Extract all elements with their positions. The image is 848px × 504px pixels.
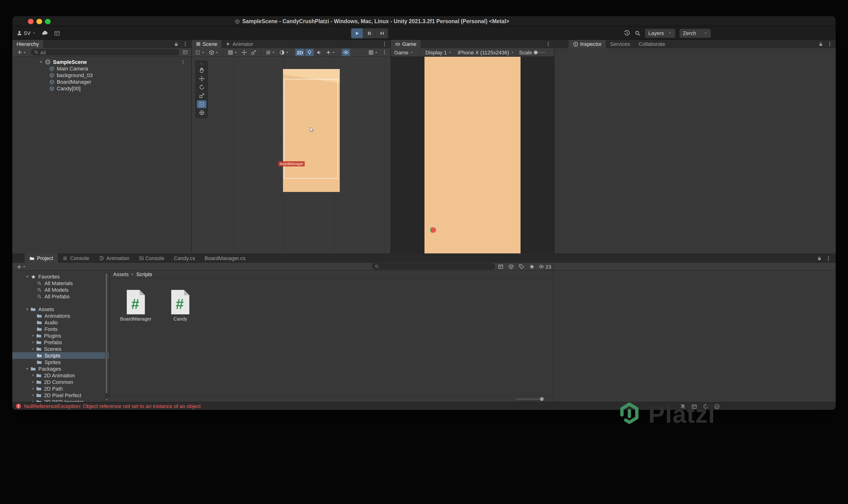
shading-dropdown[interactable] [278, 49, 291, 56]
kebab-menu-icon[interactable] [546, 41, 551, 47]
search-icon[interactable] [635, 30, 641, 36]
tree-item-all-materials[interactable]: All Materials [12, 280, 109, 287]
tree-group-assets[interactable]: Assets [12, 306, 109, 312]
tab-boardmanager-cs[interactable]: BoardManager.cs [200, 253, 250, 263]
scale-tool-button[interactable] [197, 92, 206, 100]
kebab-menu-icon[interactable] [827, 41, 832, 47]
expander-right-icon[interactable] [31, 380, 35, 384]
boardmanager-scene-label[interactable]: BoardManager [278, 161, 305, 166]
step-button[interactable] [376, 29, 388, 38]
audio-toggle[interactable] [315, 49, 324, 56]
hierarchy-search-input[interactable] [40, 49, 176, 55]
tab-candy-cs[interactable]: Candy.cs [169, 253, 200, 263]
palette-grip-icon[interactable] [198, 62, 205, 66]
cloud-icon[interactable] [41, 30, 48, 36]
tree-item-scenes[interactable]: Scenes [12, 346, 109, 352]
view-options-dropdown[interactable] [264, 49, 277, 56]
undo-history-icon[interactable] [624, 30, 630, 36]
expander-down-icon[interactable] [39, 60, 43, 64]
error-message[interactable]: NullReferenceException: Object reference… [24, 403, 201, 409]
tree-item-audio[interactable]: Audio [12, 319, 109, 326]
asset-boardmanager-script[interactable]: BoardManager [116, 289, 156, 322]
tree-group-favorites[interactable]: Favorites [12, 273, 109, 280]
tree-item-plugins[interactable]: Plugins [12, 332, 109, 339]
scale-slider[interactable] [534, 50, 546, 54]
asset-type-icon[interactable] [508, 264, 514, 270]
play-button[interactable] [351, 29, 363, 38]
sprite-tool-dropdown[interactable] [193, 49, 206, 56]
hierarchy-scene-row[interactable]: SampleScene [12, 59, 191, 65]
tab-console[interactable]: Console [58, 253, 94, 263]
tree-item-animations[interactable]: Animations [12, 312, 109, 319]
resolution-dropdown[interactable]: iPhone X (1125x2436) [456, 49, 516, 56]
lock-icon[interactable] [818, 41, 824, 47]
tab-game[interactable]: Game [391, 40, 421, 48]
favorites-star-icon[interactable] [529, 264, 535, 270]
project-search[interactable] [372, 263, 495, 270]
transform-tool-button[interactable] [197, 109, 206, 117]
hierarchy-item-candy[interactable]: Candy[00] [12, 85, 191, 92]
expander-down-icon[interactable] [25, 307, 29, 311]
tree-item-scripts-selected[interactable]: Scripts [12, 352, 109, 359]
window-manager-icon[interactable] [54, 30, 60, 36]
tree-scrollbar-thumb[interactable] [105, 273, 107, 393]
tree-item-2d-path[interactable]: 2D Path [12, 385, 109, 392]
pivot-dropdown[interactable] [207, 49, 220, 56]
tree-item-all-models[interactable]: All Models [12, 287, 109, 293]
tab-project[interactable]: Project [24, 253, 58, 263]
tab-animator[interactable]: Animator [222, 40, 257, 48]
hierarchy-item-boardmanager[interactable]: BoardManager [12, 78, 191, 85]
breadcrumb-assets[interactable]: Assets [113, 271, 129, 277]
tree-item-fonts[interactable]: Fonts [12, 326, 109, 332]
project-search-input[interactable] [381, 264, 492, 269]
game-canvas[interactable] [391, 57, 554, 253]
tab-scene[interactable]: Scene [192, 40, 222, 48]
layers-dropdown[interactable]: Layers [645, 29, 675, 38]
expander-right-icon[interactable] [31, 334, 35, 338]
search-filter-icon[interactable] [183, 50, 188, 55]
account-button[interactable]: SV [17, 30, 36, 36]
lock-icon[interactable] [174, 41, 179, 47]
scroll-down-arrow-icon[interactable] [105, 398, 108, 401]
tab-hierarchy[interactable]: Hierarchy [12, 40, 43, 48]
move-tool-button[interactable] [197, 75, 206, 83]
expander-down-icon[interactable] [25, 367, 29, 371]
pause-button[interactable] [363, 29, 376, 38]
tree-item-2d-animation[interactable]: 2D Animation [12, 372, 109, 379]
kebab-menu-icon[interactable] [183, 41, 188, 47]
scale-slider-knob[interactable] [534, 50, 538, 54]
hierarchy-search[interactable] [31, 49, 179, 55]
tab-services[interactable]: Services [606, 40, 634, 48]
expander-right-icon[interactable] [31, 393, 35, 397]
layout-dropdown[interactable]: Zerch [679, 29, 711, 38]
tree-item-2d-common[interactable]: 2D Common [12, 379, 109, 385]
tree-item-2d-pixel-perfect[interactable]: 2D Pixel Perfect [12, 392, 109, 399]
icon-size-slider[interactable] [516, 397, 545, 401]
snap-grid-dropdown[interactable] [226, 49, 239, 56]
expander-right-icon[interactable] [31, 374, 35, 377]
asset-candy-script[interactable]: Candy [160, 289, 200, 322]
tree-item-sprites[interactable]: Sprites [12, 359, 109, 365]
hidden-items-counter[interactable]: 23 [538, 264, 551, 270]
tree-item-2d-psd-importer[interactable]: 2D PSD Importer [12, 399, 109, 402]
label-tag-icon[interactable] [519, 264, 524, 270]
add-asset-button[interactable] [15, 263, 28, 270]
hierarchy-item-main-camera[interactable]: Main Camera [12, 65, 191, 72]
grid-visibility-dropdown[interactable] [367, 49, 380, 56]
search-in-assets-icon[interactable] [498, 264, 503, 270]
effects-dropdown[interactable] [324, 49, 337, 56]
scene-options-kebab-icon[interactable] [181, 59, 186, 64]
breadcrumb-scripts[interactable]: Scripts [136, 271, 152, 277]
expander-right-icon[interactable] [31, 387, 35, 391]
tab-si-console[interactable]: SI Console [134, 253, 169, 263]
add-object-button[interactable] [16, 49, 28, 56]
icon-size-slider-knob[interactable] [540, 397, 544, 401]
tab-collaborate[interactable]: Collaborate [634, 40, 670, 48]
kebab-menu-icon[interactable] [826, 255, 831, 261]
tree-scrollbar-track[interactable] [105, 272, 108, 398]
rotate-tool-button[interactable] [197, 83, 206, 91]
snap-scale-button[interactable] [249, 49, 258, 56]
visibility-toggle[interactable] [342, 49, 350, 56]
expander-right-icon[interactable] [31, 400, 35, 402]
expander-down-icon[interactable] [25, 274, 29, 279]
